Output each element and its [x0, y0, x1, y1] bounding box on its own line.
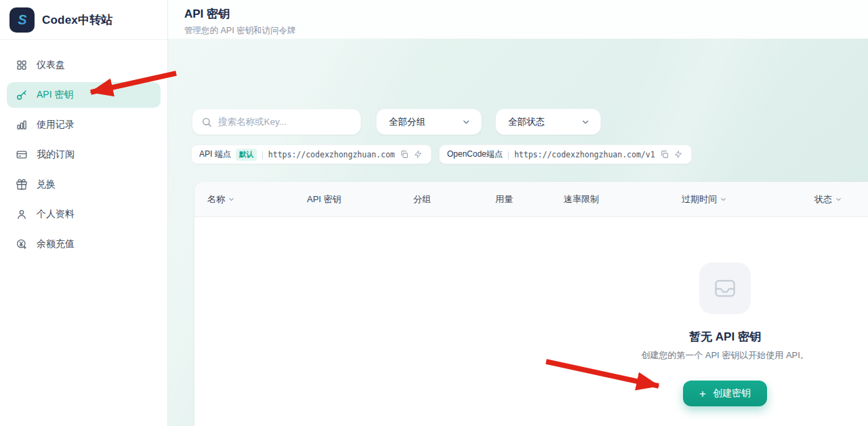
- lightning-icon[interactable]: [414, 150, 423, 159]
- sidebar-item-usage[interactable]: 使用记录: [7, 112, 161, 138]
- copy-icon[interactable]: [400, 150, 409, 159]
- app-title: Codex中转站: [42, 12, 113, 28]
- sidebar-item-recharge[interactable]: 余额充值: [7, 231, 161, 257]
- create-key-button[interactable]: + 创建密钥: [683, 381, 767, 406]
- create-key-button-label: 创建密钥: [713, 387, 751, 400]
- recharge-icon: [15, 238, 28, 251]
- search-input[interactable]: [218, 117, 352, 127]
- sort-chevron-icon: [720, 195, 727, 203]
- sidebar-item-label: 我的订阅: [37, 149, 75, 161]
- column-header-usage: 用量: [495, 193, 564, 206]
- credit-card-icon: [15, 149, 28, 161]
- endpoint-url: https://codexzhongzhuan.com/v1: [514, 150, 655, 159]
- empty-state: 暂无 API 密钥 创建您的第一个 API 密钥以开始使用 API。 + 创建密…: [610, 263, 840, 406]
- sidebar-item-dashboard[interactable]: 仪表盘: [7, 52, 161, 78]
- separator: |: [508, 150, 510, 159]
- app-logo-row: S Codex中转站: [0, 0, 167, 40]
- search-box: [192, 109, 361, 135]
- search-icon: [201, 117, 212, 128]
- status-filter-value: 全部状态: [508, 116, 545, 128]
- sidebar-item-label: 仪表盘: [37, 59, 65, 71]
- endpoint-label: API 端点: [199, 149, 231, 160]
- user-icon: [15, 208, 28, 221]
- api-endpoint-chip: API 端点 默认 | https://codexzhongzhuan.com: [191, 144, 432, 164]
- sidebar-nav: 仪表盘 API 密钥 使用记录: [0, 40, 167, 257]
- key-icon: [15, 89, 28, 102]
- group-filter-select[interactable]: 全部分组: [376, 109, 482, 135]
- column-header-expiry[interactable]: 过期时间: [682, 193, 814, 206]
- sidebar: S Codex中转站 仪表盘 API 密钥: [0, 0, 168, 426]
- empty-state-title: 暂无 API 密钥: [610, 329, 840, 345]
- sidebar-item-subscription[interactable]: 我的订阅: [7, 142, 161, 168]
- copy-icon[interactable]: [660, 150, 669, 159]
- inbox-icon: [713, 276, 737, 301]
- separator: |: [262, 150, 264, 159]
- api-keys-table: 名称 API 密钥 分组 用量 速率限制 过期时间: [194, 182, 868, 426]
- page-title: API 密钥: [184, 6, 852, 22]
- page-subtitle: 管理您的 API 密钥和访问令牌: [184, 25, 852, 37]
- status-filter-select[interactable]: 全部状态: [495, 109, 601, 135]
- empty-state-description: 创建您的第一个 API 密钥以开始使用 API。: [610, 349, 840, 362]
- plus-icon: +: [699, 388, 706, 400]
- sidebar-item-label: API 密钥: [37, 89, 73, 101]
- default-badge: 默认: [236, 149, 257, 161]
- empty-icon-box: [699, 263, 751, 314]
- filters-row: 全部分组 全部状态: [192, 109, 601, 135]
- app-logo: S: [9, 7, 35, 33]
- table-body: 暂无 API 密钥 创建您的第一个 API 密钥以开始使用 API。 + 创建密…: [194, 217, 868, 426]
- chevron-down-icon: [581, 117, 590, 127]
- sort-chevron-icon: [835, 195, 842, 203]
- bar-chart-icon: [15, 119, 28, 132]
- sort-chevron-icon: [228, 195, 235, 203]
- gift-icon: [15, 178, 28, 191]
- page-header: API 密钥 管理您的 API 密钥和访问令牌: [168, 0, 868, 39]
- endpoint-label: OpenCode端点: [447, 149, 503, 160]
- chevron-down-icon: [461, 117, 471, 127]
- sidebar-item-label: 使用记录: [37, 119, 75, 131]
- column-header-status[interactable]: 状态: [814, 193, 868, 206]
- opencode-endpoint-chip: OpenCode端点 | https://codexzhongzhuan.com…: [439, 144, 692, 164]
- sidebar-item-profile[interactable]: 个人资料: [7, 201, 161, 227]
- lightning-icon[interactable]: [674, 150, 684, 159]
- endpoint-url: https://codexzhongzhuan.com: [268, 150, 395, 159]
- logo-s-icon: S: [14, 11, 31, 28]
- column-header-rate-limit: 速率限制: [564, 193, 682, 206]
- sidebar-item-redeem[interactable]: 兑换: [7, 172, 161, 197]
- table-header-row: 名称 API 密钥 分组 用量 速率限制 过期时间: [194, 182, 868, 217]
- dashboard-icon: [15, 59, 28, 72]
- content-area: 全部分组 全部状态 API 端点 默认 | https://codexzhong…: [168, 39, 868, 426]
- column-header-api-key: API 密钥: [307, 193, 413, 206]
- column-header-group: 分组: [413, 193, 495, 206]
- svg-text:S: S: [18, 12, 26, 27]
- sidebar-item-api-keys[interactable]: API 密钥: [7, 82, 161, 108]
- column-header-name[interactable]: 名称: [207, 193, 307, 206]
- sidebar-item-label: 余额充值: [37, 238, 75, 250]
- group-filter-value: 全部分组: [389, 116, 426, 128]
- main-area: API 密钥 管理您的 API 密钥和访问令牌 全部分组: [168, 0, 868, 426]
- sidebar-item-label: 个人资料: [37, 208, 75, 220]
- endpoints-row: API 端点 默认 | https://codexzhongzhuan.com …: [191, 144, 692, 164]
- sidebar-item-label: 兑换: [37, 178, 56, 191]
